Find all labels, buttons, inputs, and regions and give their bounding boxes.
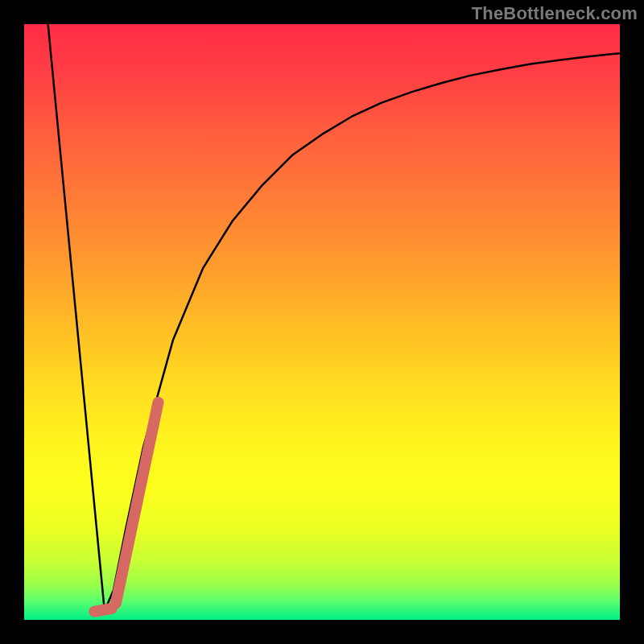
series-left-descending-branch (48, 24, 105, 611)
plot-area (24, 24, 620, 620)
series-right-ascending-curve (105, 53, 620, 611)
series-highlight-segment (116, 402, 159, 603)
series-highlight-min-marker (94, 609, 111, 612)
chart-svg (24, 24, 620, 620)
watermark-text: TheBottleneck.com (472, 3, 638, 24)
chart-frame: TheBottleneck.com (0, 0, 644, 644)
